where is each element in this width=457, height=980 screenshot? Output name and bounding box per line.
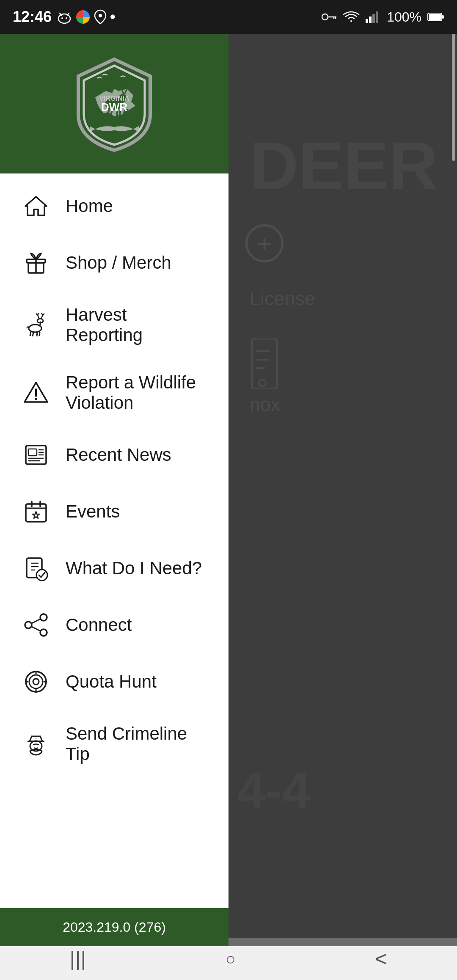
svg-rect-54 bbox=[28, 449, 37, 456]
menu-list: Home Shop / Merch bbox=[0, 173, 228, 908]
quota-label: Quota Hunt bbox=[66, 672, 157, 692]
version-text: 2023.219.0 (276) bbox=[63, 919, 166, 935]
svg-text:DWR: DWR bbox=[101, 101, 127, 113]
color-icon bbox=[75, 9, 91, 25]
svg-rect-16 bbox=[429, 14, 441, 20]
svg-point-0 bbox=[58, 14, 70, 23]
svg-point-71 bbox=[40, 629, 47, 636]
nav-back[interactable]: < bbox=[375, 947, 387, 971]
svg-rect-13 bbox=[372, 14, 375, 23]
menu-item-home[interactable]: Home bbox=[0, 178, 228, 234]
svg-line-72 bbox=[32, 619, 40, 623]
svg-rect-12 bbox=[369, 17, 372, 23]
target-icon bbox=[21, 667, 51, 696]
dot-indicator: • bbox=[110, 8, 116, 26]
drawer-header: VIRGINIA DWR bbox=[0, 34, 228, 173]
nav-home[interactable]: ○ bbox=[226, 950, 236, 969]
svg-point-75 bbox=[29, 675, 43, 688]
svg-line-47 bbox=[38, 313, 39, 315]
crimeline-label: Send Crimeline Tip bbox=[66, 724, 207, 764]
svg-point-68 bbox=[36, 570, 47, 581]
svg-rect-14 bbox=[376, 11, 378, 23]
svg-line-41 bbox=[30, 332, 31, 336]
right-overlay bbox=[228, 34, 457, 946]
svg-line-42 bbox=[33, 332, 33, 336]
menu-item-shop[interactable]: Shop / Merch bbox=[0, 234, 228, 291]
shop-label: Shop / Merch bbox=[66, 253, 171, 273]
officer-icon bbox=[21, 729, 51, 759]
svg-point-52 bbox=[35, 398, 37, 400]
time: 12:46 bbox=[13, 8, 52, 26]
menu-item-crimeline[interactable]: Send Crimeline Tip bbox=[0, 710, 228, 778]
battery-icon bbox=[427, 12, 444, 22]
android-icon bbox=[57, 9, 72, 25]
svg-rect-11 bbox=[366, 19, 368, 23]
signal-icon bbox=[366, 11, 381, 23]
menu-item-quota[interactable]: Quota Hunt bbox=[0, 653, 228, 710]
svg-point-7 bbox=[322, 14, 328, 20]
menu-item-violation[interactable]: Report a Wildlife Violation bbox=[0, 359, 228, 427]
svg-line-43 bbox=[37, 332, 37, 336]
key-icon bbox=[322, 12, 337, 22]
side-drawer: VIRGINIA DWR Home bbox=[0, 34, 228, 946]
svg-point-40 bbox=[37, 319, 43, 323]
wifi-icon bbox=[343, 11, 360, 23]
menu-item-connect[interactable]: Connect bbox=[0, 597, 228, 653]
svg-point-70 bbox=[25, 622, 32, 628]
status-right: 100% bbox=[322, 9, 444, 25]
drawer-footer: 2023.219.0 (276) bbox=[0, 908, 228, 946]
logo-container: VIRGINIA DWR bbox=[72, 55, 157, 152]
battery: 100% bbox=[387, 9, 421, 25]
calendar-icon bbox=[21, 497, 51, 526]
home-icon bbox=[21, 191, 51, 221]
svg-line-50 bbox=[43, 314, 44, 315]
location-icon bbox=[94, 9, 107, 25]
menu-item-news[interactable]: Recent News bbox=[0, 427, 228, 483]
news-label: Recent News bbox=[66, 445, 171, 465]
svg-point-1 bbox=[61, 17, 63, 19]
scrollbar[interactable] bbox=[452, 34, 455, 161]
svg-point-69 bbox=[40, 614, 47, 621]
status-icons: • bbox=[57, 8, 116, 26]
news-icon bbox=[21, 440, 51, 470]
svg-line-44 bbox=[39, 332, 40, 336]
connect-label: Connect bbox=[66, 615, 132, 635]
svg-point-76 bbox=[33, 679, 39, 685]
violation-label: Report a Wildlife Violation bbox=[66, 372, 207, 413]
svg-rect-17 bbox=[442, 15, 444, 19]
events-label: Events bbox=[66, 501, 120, 522]
status-left: 12:46 • bbox=[13, 8, 116, 26]
svg-point-2 bbox=[66, 17, 67, 19]
gift-icon bbox=[21, 248, 51, 278]
home-label: Home bbox=[66, 196, 113, 216]
warning-icon bbox=[21, 378, 51, 407]
whatneed-label: What Do I Need? bbox=[66, 558, 202, 578]
svg-point-6 bbox=[99, 14, 102, 17]
status-bar: 12:46 • bbox=[0, 0, 457, 34]
menu-item-whatneed[interactable]: What Do I Need? bbox=[0, 540, 228, 597]
svg-line-73 bbox=[32, 627, 40, 631]
nav-back-stack[interactable]: ||| bbox=[70, 947, 86, 971]
harvest-label: Harvest Reporting bbox=[66, 305, 207, 345]
menu-item-harvest[interactable]: Harvest Reporting bbox=[0, 291, 228, 359]
menu-item-events[interactable]: Events bbox=[0, 483, 228, 540]
checklist-icon bbox=[21, 553, 51, 583]
deer-icon bbox=[21, 310, 51, 340]
virginia-dwr-logo: VIRGINIA DWR bbox=[72, 55, 157, 152]
share-icon bbox=[21, 610, 51, 640]
